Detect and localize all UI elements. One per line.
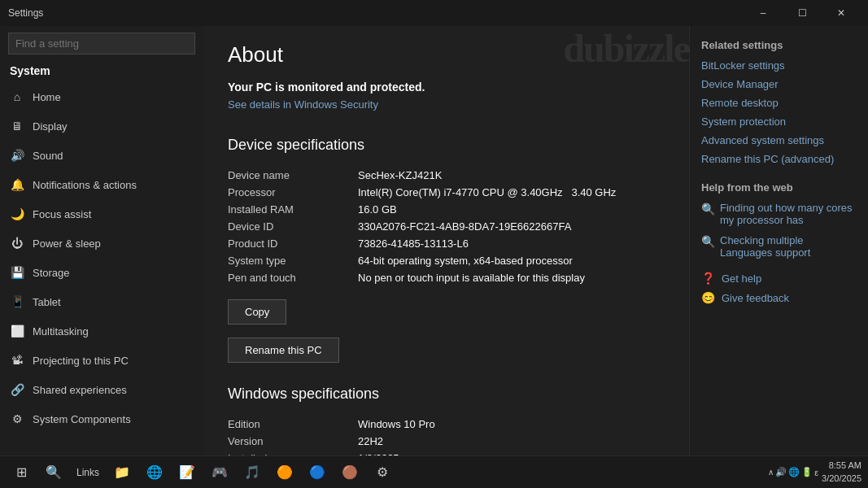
- web-link-languages[interactable]: 🔍 Checking multiple Languages support: [701, 234, 857, 259]
- app3-button[interactable]: 🔵: [303, 458, 332, 487]
- taskbar: ⊞ 🔍 Links 📁 🌐 📝 🎮 🎵 🟠 🔵 🟤 ⚙ ∧ 🔊 🌐 🔋 ε 8:…: [0, 455, 868, 488]
- table-row: Device name SecHex-KZJ421K: [228, 167, 665, 184]
- spec-label: Pen and touch: [228, 269, 358, 286]
- titlebar-title: Settings: [8, 7, 43, 19]
- page-title: About: [228, 42, 665, 68]
- web-link-text: Finding out how many cores my processor …: [720, 202, 857, 226]
- sidebar-item-storage[interactable]: 💾 Storage: [0, 258, 203, 287]
- shared-icon: 🔗: [10, 382, 24, 397]
- network-icon[interactable]: 🌐: [788, 467, 800, 477]
- sidebar-item-label: Storage: [33, 267, 70, 279]
- spec-value: 1/8/2025: [358, 450, 665, 455]
- get-help-label: Get help: [722, 272, 761, 285]
- sidebar-item-display[interactable]: 🖥 Display: [0, 111, 203, 141]
- sidebar-item-label: System Components: [33, 413, 131, 425]
- sidebar-item-sound[interactable]: 🔊 Sound: [0, 141, 203, 170]
- music-button[interactable]: 🎵: [238, 458, 267, 487]
- give-feedback-label: Give feedback: [722, 292, 789, 304]
- sidebar-item-components[interactable]: ⚙ System Components: [0, 404, 203, 434]
- sidebar-item-label: Display: [33, 120, 68, 133]
- sidebar-item-notifications[interactable]: 🔔 Notifications & actions: [0, 170, 203, 199]
- remote-desktop-link[interactable]: Remote desktop: [701, 97, 857, 109]
- notifications-icon: 🔔: [10, 177, 24, 192]
- sidebar-item-label: Notifications & actions: [33, 179, 137, 191]
- app1-button[interactable]: 📝: [172, 458, 202, 487]
- steam-button[interactable]: 🎮: [205, 458, 234, 487]
- lang-icon[interactable]: ε: [814, 468, 818, 477]
- windows-specs-table: Edition Windows 10 Pro Version 22H2 Inst…: [228, 416, 665, 455]
- start-button[interactable]: ⊞: [7, 458, 36, 487]
- sidebar-item-power[interactable]: ⏻ Power & sleep: [0, 229, 203, 258]
- sidebar-item-label: Focus assist: [33, 208, 91, 220]
- main-layout: System ⌂ Home 🖥 Display 🔊 Sound 🔔 Notifi…: [0, 26, 868, 455]
- clock[interactable]: 8:55 AM 3/20/2025: [822, 460, 861, 485]
- sidebar-item-tablet[interactable]: 📱 Tablet: [0, 287, 203, 316]
- edge-button[interactable]: 🌐: [140, 458, 169, 487]
- web-link-text: Checking multiple Languages support: [720, 234, 857, 259]
- right-panel: Related settings BitLocker settings Devi…: [689, 26, 868, 455]
- table-row: Product ID 73826-41485-13113-L6: [228, 235, 665, 252]
- spec-value: 330A2076-FC21-4AB9-8DA7-19E6622667FA: [358, 218, 665, 235]
- sidebar-item-shared[interactable]: 🔗 Shared experiences: [0, 375, 203, 404]
- get-help-action[interactable]: ❓ Get help: [701, 272, 857, 285]
- spec-label: Processor: [228, 184, 358, 201]
- search-input[interactable]: [8, 33, 195, 54]
- sidebar-item-home[interactable]: ⌂ Home: [0, 82, 203, 111]
- system-tray: ∧ 🔊 🌐 🔋 ε: [768, 467, 818, 477]
- help-section: Help from the web 🔍 Finding out how many…: [701, 181, 857, 259]
- projecting-icon: 📽: [10, 353, 24, 368]
- focus-icon: 🌙: [10, 207, 24, 221]
- spec-label: Device name: [228, 167, 358, 184]
- settings-taskbar-button[interactable]: ⚙: [368, 458, 397, 487]
- table-row: Processor Intel(R) Core(TM) i7-4770 CPU …: [228, 184, 665, 201]
- system-protection-link[interactable]: System protection: [701, 115, 857, 128]
- device-specs-title: Device specifications: [228, 137, 665, 154]
- rename-pc-button[interactable]: Rename this PC: [228, 338, 339, 363]
- volume-icon[interactable]: 🔊: [775, 467, 787, 477]
- spec-value: 22H2: [358, 433, 665, 450]
- sidebar-item-projecting[interactable]: 📽 Projecting to this PC: [0, 346, 203, 375]
- table-row: System type 64-bit operating system, x64…: [228, 252, 665, 269]
- links-label[interactable]: Links: [72, 458, 104, 487]
- power-icon: ⏻: [10, 236, 24, 251]
- sidebar-item-label: Shared experiences: [33, 384, 127, 396]
- sidebar-item-focus[interactable]: 🌙 Focus assist: [0, 199, 203, 229]
- copy-button[interactable]: Copy: [228, 299, 286, 325]
- minimize-button[interactable]: –: [744, 0, 782, 26]
- sidebar-item-label: Sound: [33, 150, 63, 162]
- app4-button[interactable]: 🟤: [335, 458, 364, 487]
- spec-label: Installed RAM: [228, 201, 358, 218]
- protection-status: Your PC is monitored and protected.: [228, 81, 665, 94]
- file-explorer-button[interactable]: 📁: [107, 458, 137, 487]
- chevron-icon[interactable]: ∧: [768, 468, 774, 477]
- search-icon: 🔍: [701, 203, 715, 216]
- spec-value: 16.0 GB: [358, 201, 665, 218]
- give-feedback-action[interactable]: 😊 Give feedback: [701, 291, 857, 304]
- titlebar: Settings – ☐ ✕: [0, 0, 868, 26]
- table-row: Installed on 1/8/2025: [228, 450, 665, 455]
- date-display: 3/20/2025: [822, 473, 861, 485]
- restore-button[interactable]: ☐: [783, 0, 821, 26]
- sidebar-item-label: Power & sleep: [33, 237, 101, 250]
- spec-label: Version: [228, 433, 358, 450]
- sidebar-item-label: Projecting to this PC: [33, 355, 129, 367]
- spec-label: System type: [228, 252, 358, 269]
- advanced-system-link[interactable]: Advanced system settings: [701, 134, 857, 146]
- bitlocker-link[interactable]: BitLocker settings: [701, 59, 857, 72]
- sidebar: System ⌂ Home 🖥 Display 🔊 Sound 🔔 Notifi…: [0, 26, 203, 455]
- windows-specs-title: Windows specifications: [228, 386, 665, 403]
- sidebar-item-multitasking[interactable]: ⬜ Multitasking: [0, 316, 203, 346]
- app2-button[interactable]: 🟠: [270, 458, 299, 487]
- web-link-cores[interactable]: 🔍 Finding out how many cores my processo…: [701, 202, 857, 226]
- search-button[interactable]: 🔍: [39, 458, 68, 487]
- battery-icon[interactable]: 🔋: [801, 467, 813, 477]
- time-display: 8:55 AM: [822, 460, 861, 472]
- close-button[interactable]: ✕: [822, 0, 860, 26]
- device-manager-link[interactable]: Device Manager: [701, 78, 857, 90]
- taskbar-left: ⊞ 🔍 Links 📁 🌐 📝 🎮 🎵 🟠 🔵 🟤 ⚙: [7, 458, 397, 487]
- table-row: Pen and touch No pen or touch input is a…: [228, 269, 665, 286]
- spec-label: Installed on: [228, 450, 358, 455]
- security-link[interactable]: See details in Windows Security: [228, 98, 378, 111]
- search-icon: 🔍: [701, 235, 715, 248]
- rename-advanced-link[interactable]: Rename this PC (advanced): [701, 153, 857, 165]
